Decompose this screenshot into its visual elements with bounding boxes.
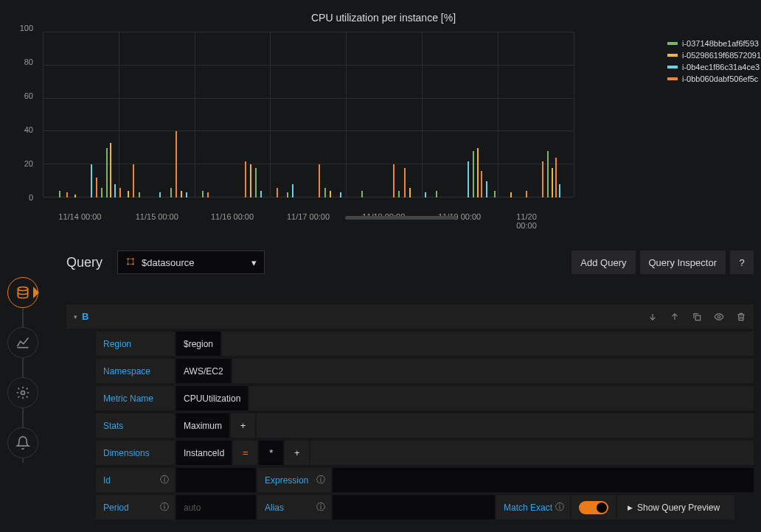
alias-input[interactable] [333, 495, 495, 519]
info-icon[interactable]: ⓘ [316, 501, 325, 514]
dimension-operator: = [233, 441, 257, 465]
stats-label: Stats [96, 413, 175, 438]
chart-title: CPU utilization per instance [%] [6, 7, 761, 28]
blank [730, 495, 734, 519]
x-tick: 11/16 00:00 [211, 212, 254, 221]
chart-area[interactable]: 100 80 60 40 20 0 11/14 00:00 11/15 00:0… [13, 28, 761, 212]
query-inspector-button[interactable]: Query Inspector [640, 251, 726, 274]
query-section-title: Query [66, 255, 102, 270]
chart-panel: CPU utilization per instance [%] 100 80 … [6, 7, 761, 228]
legend-item[interactable]: i-0b4ec1f86c31a4ce3 [667, 63, 761, 71]
datasource-icon [125, 256, 136, 269]
chevron-down-icon: ▾ [251, 257, 257, 268]
y-tick: 40 [24, 125, 33, 134]
tab-visualization[interactable] [7, 327, 38, 358]
dimensions-label: Dimensions [96, 441, 175, 465]
expression-label: Expressionⓘ [257, 468, 331, 492]
y-tick: 60 [24, 91, 33, 100]
toggle-visibility-icon[interactable] [714, 312, 724, 322]
info-icon[interactable]: ⓘ [160, 501, 169, 514]
region-label: Region [96, 332, 175, 356]
duplicate-icon[interactable] [692, 312, 702, 322]
datasource-name: $datasource [142, 257, 195, 268]
match-exact-label: Match Exactⓘ [496, 495, 570, 519]
chart-scroll-handle[interactable] [345, 216, 456, 220]
namespace-label: Namespace [96, 359, 175, 383]
tab-general[interactable] [7, 377, 38, 408]
stats-value[interactable]: Maximum [176, 413, 229, 438]
info-icon[interactable]: ⓘ [555, 501, 564, 514]
side-tabs [7, 277, 38, 477]
info-icon[interactable]: ⓘ [160, 474, 169, 486]
svg-point-1 [21, 391, 25, 395]
blank [257, 413, 754, 438]
legend-label: i-0b4ec1f86c31a4ce3 [682, 63, 760, 71]
blank [232, 359, 754, 383]
add-dimension-button[interactable]: + [285, 441, 309, 465]
svg-point-0 [18, 287, 27, 291]
expression-input[interactable] [333, 468, 754, 492]
show-query-preview-button[interactable]: ▶Show Query Preview [617, 495, 730, 519]
y-tick: 20 [24, 159, 33, 168]
legend-label: i-037148bbe1af6f593 [682, 39, 759, 48]
id-label: Idⓘ [96, 468, 175, 492]
legend-item[interactable]: i-05298619f68572091 [667, 51, 761, 60]
move-down-icon[interactable] [647, 312, 658, 322]
legend-label: i-0bb060dabf506ef5c [682, 74, 758, 83]
x-tick: 11/15 00:00 [136, 212, 178, 221]
tab-queries[interactable] [7, 277, 38, 308]
dimension-key[interactable]: InstanceId [176, 441, 232, 465]
svg-point-7 [717, 315, 720, 318]
tab-alert[interactable] [7, 427, 38, 458]
y-tick: 80 [24, 57, 33, 66]
legend-label: i-05298619f68572091 [682, 51, 761, 60]
move-up-icon[interactable] [670, 312, 680, 322]
x-tick: 11/14 00:00 [58, 212, 101, 221]
query-ref-id: B [82, 311, 88, 322]
y-tick: 100 [20, 24, 33, 32]
info-icon[interactable]: ⓘ [316, 474, 325, 486]
period-input[interactable] [176, 495, 256, 519]
alias-label: Aliasⓘ [257, 495, 331, 519]
collapse-icon[interactable]: ▾ [74, 313, 77, 321]
caret-right-icon: ▶ [628, 504, 633, 511]
query-row-header[interactable]: ▾ B [66, 304, 754, 329]
blank [222, 332, 754, 356]
blank [310, 441, 754, 465]
region-value[interactable]: $region [176, 332, 220, 356]
legend-item[interactable]: i-0bb060dabf506ef5c [667, 74, 761, 83]
dimension-value[interactable]: * [259, 441, 283, 465]
metric-name-value[interactable]: CPUUtilization [176, 386, 248, 410]
chart-legend: i-037148bbe1af6f593 i-05298619f68572091 … [667, 39, 761, 86]
chart-bars [43, 32, 574, 197]
match-exact-toggle-cell [571, 495, 616, 519]
datasource-picker[interactable]: $datasource ▾ [117, 251, 265, 274]
y-tick: 0 [29, 193, 33, 202]
help-button[interactable]: ? [730, 251, 754, 274]
y-axis: 100 80 60 40 20 0 [13, 28, 39, 197]
svg-rect-6 [695, 315, 700, 320]
add-stat-button[interactable]: + [231, 413, 255, 438]
legend-item[interactable]: i-037148bbe1af6f593 [667, 39, 761, 48]
id-input[interactable] [176, 468, 256, 492]
query-header: Query $datasource ▾ Add Query Query Insp… [66, 251, 754, 274]
namespace-value[interactable]: AWS/EC2 [176, 359, 231, 383]
x-tick: 11/20 00:00 [516, 212, 555, 230]
delete-icon[interactable] [736, 312, 746, 322]
metric-name-label: Metric Name [96, 386, 175, 410]
query-form: Region $region Namespace AWS/EC2 Metric … [96, 332, 754, 522]
blank [249, 386, 754, 410]
x-tick: 11/17 00:00 [287, 212, 330, 221]
match-exact-toggle[interactable] [579, 501, 608, 514]
add-query-button[interactable]: Add Query [571, 251, 635, 274]
period-label: Periodⓘ [96, 495, 175, 519]
